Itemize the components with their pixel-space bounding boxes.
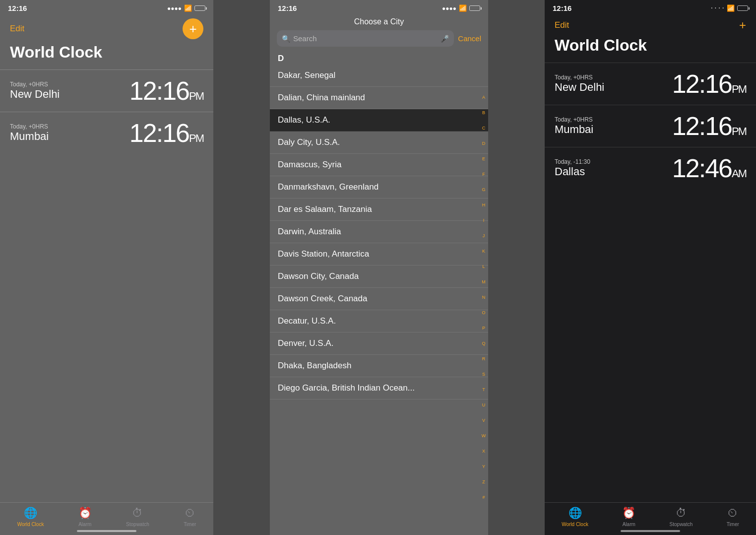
add-button-left[interactable]: + (183, 18, 203, 39)
city-name-dar: Dar es Salaam, Tanzania (278, 204, 372, 214)
clock-ampm-r2: AM (732, 167, 746, 180)
tab-alarm-left[interactable]: ⏰ Alarm (78, 507, 92, 527)
tab-stopwatch-left[interactable]: ⏱ Stopwatch (126, 507, 149, 527)
tab-stopwatch-right[interactable]: ⏱ Stopwatch (670, 507, 693, 527)
city-row-decatur[interactable]: Decatur, U.S.A. (270, 310, 488, 333)
alpha-H[interactable]: H (482, 202, 486, 207)
city-row-dawson-city[interactable]: Dawson City, Canada (270, 266, 488, 288)
alpha-U[interactable]: U (482, 402, 486, 407)
plus-button-right[interactable]: + (739, 18, 746, 32)
timer-label-left: Timer (184, 522, 196, 527)
clock-entry-r1: Today, +0HRS Mumbai 12:16PM (545, 105, 756, 147)
wifi-icon-right: 📶 (727, 4, 735, 12)
city-row-dalian[interactable]: Dalian, China mainland (270, 87, 488, 109)
clock-city-r2: Dallas (555, 165, 590, 178)
timer-icon-left: ⏲ (185, 507, 195, 520)
alpha-I[interactable]: I (483, 218, 485, 223)
panel-left: 12:16 ●●●● 📶 Edit + World Clock Today, +… (0, 0, 213, 535)
city-name-dalian: Dalian, China mainland (278, 93, 365, 103)
alpha-S[interactable]: S (482, 372, 485, 377)
search-bar-row: 🔍 Search 🎤 Cancel (270, 30, 488, 52)
alphabet-index[interactable]: A B C D E F G H I J K L M N O P Q R S T … (480, 89, 487, 505)
tab-world-clock-right[interactable]: 🌐 World Clock (562, 507, 588, 527)
city-row-danmarkshavn[interactable]: Danmarkshavn, Greenland (270, 176, 488, 199)
alpha-P[interactable]: P (482, 326, 485, 331)
alpha-E[interactable]: E (482, 156, 485, 161)
city-info-r0: Today, +0HRS New Delhi (555, 74, 604, 94)
search-input-wrap[interactable]: 🔍 Search 🎤 (277, 30, 454, 47)
alpha-M[interactable]: M (482, 279, 486, 284)
clock-time-digits-r1: 12:16 (672, 112, 732, 140)
city-row-dakar[interactable]: Dakar, Senegal (270, 65, 488, 87)
clock-time-digits-1: 12:16 (129, 119, 189, 147)
clock-time-r1: 12:16PM (672, 111, 746, 141)
alpha-D[interactable]: D (482, 141, 486, 146)
alpha-N[interactable]: N (482, 295, 486, 300)
clock-ampm-0: PM (189, 90, 203, 102)
alarm-icon-left: ⏰ (78, 507, 92, 520)
clock-time-r2: 12:46AM (672, 153, 746, 183)
stopwatch-label-right: Stopwatch (670, 522, 693, 527)
city-row-dhaka[interactable]: Dhaka, Bangladesh (270, 355, 488, 377)
city-info-r2: Today, -11:30 Dallas (555, 158, 590, 178)
alpha-C[interactable]: C (482, 126, 486, 131)
clock-entry-r0: Today, +0HRS New Delhi 12:16PM (545, 63, 756, 105)
tab-timer-right[interactable]: ⏲ Timer (727, 507, 739, 527)
city-row-denver[interactable]: Denver, U.S.A. (270, 333, 488, 355)
tab-timer-left[interactable]: ⏲ Timer (184, 507, 196, 527)
alpha-Z[interactable]: Z (482, 479, 485, 484)
header-left: Edit + (0, 14, 213, 41)
city-info-1: Today, +0HRS Mumbai (10, 123, 49, 143)
edit-button-right[interactable]: Edit (555, 20, 569, 30)
alpha-hash[interactable]: # (482, 495, 485, 500)
clock-ampm-1: PM (189, 132, 203, 144)
clock-city-1: Mumbai (10, 130, 49, 143)
alpha-L[interactable]: L (482, 264, 485, 269)
alpha-Y[interactable]: Y (482, 464, 485, 469)
alpha-X[interactable]: X (482, 449, 485, 454)
alpha-O[interactable]: O (482, 310, 485, 315)
clock-subtitle-1: Today, +0HRS (10, 123, 49, 130)
panel-right: 12:16 · · · · 📶 Edit + World Clock Today… (545, 0, 756, 535)
wifi-icon-left: 📶 (184, 4, 192, 12)
city-row-daly[interactable]: Daly City, U.S.A. (270, 132, 488, 154)
alarm-label-left: Alarm (78, 522, 91, 527)
mic-icon: 🎤 (441, 35, 449, 43)
stopwatch-label-left: Stopwatch (126, 522, 149, 527)
alpha-K[interactable]: K (482, 249, 485, 254)
status-time-left: 12:16 (8, 4, 27, 12)
gap-middle-right (488, 0, 545, 535)
alpha-T[interactable]: T (482, 387, 485, 392)
clock-subtitle-r0: Today, +0HRS (555, 74, 604, 81)
city-row-diego[interactable]: Diego Garcia, British Indian Ocean... (270, 377, 488, 400)
alpha-J[interactable]: J (483, 233, 485, 238)
tab-alarm-right[interactable]: ⏰ Alarm (622, 507, 635, 527)
alpha-B[interactable]: B (482, 110, 485, 115)
city-row-damascus[interactable]: Damascus, Syria (270, 154, 488, 176)
tab-world-clock-left[interactable]: 🌐 World Clock (17, 507, 44, 527)
clock-city-r0: New Delhi (555, 81, 604, 94)
alpha-F[interactable]: F (482, 172, 485, 177)
alpha-G[interactable]: G (482, 187, 485, 192)
alpha-V[interactable]: V (482, 418, 485, 423)
alarm-label-right: Alarm (623, 522, 635, 527)
city-row-dallas[interactable]: Dallas, U.S.A. (270, 109, 488, 132)
wifi-icon-middle: 📶 (459, 4, 467, 12)
city-list: D Dakar, Senegal Dalian, China mainland … (270, 52, 488, 535)
status-bar-left: 12:16 ●●●● 📶 (0, 0, 213, 14)
city-row-davis[interactable]: Davis Station, Antarctica (270, 243, 488, 266)
city-row-dar[interactable]: Dar es Salaam, Tanzania (270, 199, 488, 221)
section-letter-d: D (270, 52, 488, 65)
city-row-dawson-creek[interactable]: Dawson Creek, Canada (270, 288, 488, 310)
edit-button-left[interactable]: Edit (10, 24, 24, 34)
city-name-dallas: Dallas, U.S.A. (278, 115, 330, 125)
alpha-W[interactable]: W (482, 433, 486, 438)
city-name-decatur: Decatur, U.S.A. (278, 316, 336, 326)
alpha-Q[interactable]: Q (482, 341, 485, 346)
cancel-button[interactable]: Cancel (458, 34, 481, 43)
city-row-darwin[interactable]: Darwin, Australia (270, 221, 488, 243)
alpha-A[interactable]: A (482, 95, 485, 100)
battery-icon-middle (469, 5, 480, 11)
status-icons-middle: ●●●● 📶 (442, 4, 480, 12)
alpha-R[interactable]: R (482, 356, 486, 361)
